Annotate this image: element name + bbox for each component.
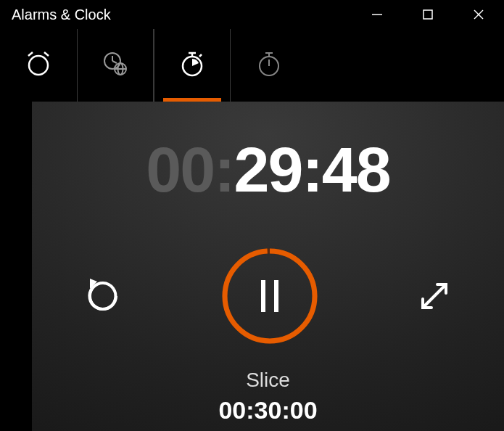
svg-rect-1 <box>424 10 432 19</box>
reset-button[interactable] <box>83 276 123 316</box>
app-title: Alarms & Clock <box>12 7 111 23</box>
timer-icon <box>178 49 207 81</box>
tab-world-clock[interactable] <box>77 29 154 102</box>
close-button[interactable] <box>453 0 504 29</box>
timer-panel: 00:29:48 <box>32 102 504 431</box>
time-remaining: 00:29:48 <box>32 138 504 202</box>
timer-name: Slice <box>32 369 504 392</box>
expand-button[interactable] <box>416 277 453 315</box>
titlebar: Alarms & Clock <box>0 0 504 29</box>
time-hours-dim: 00: <box>146 134 234 205</box>
timer-controls <box>32 245 504 347</box>
svg-line-9 <box>112 61 117 63</box>
timer-total-duration: 00:30:00 <box>32 396 504 424</box>
window-controls <box>352 0 504 29</box>
tab-alarm[interactable] <box>0 29 77 102</box>
maximize-button[interactable] <box>402 0 453 29</box>
time-minutes-seconds: 29:48 <box>234 134 390 205</box>
tab-bar <box>0 29 504 102</box>
alarm-icon <box>24 49 53 81</box>
svg-line-25 <box>423 284 446 308</box>
reset-icon <box>83 276 123 316</box>
minimize-icon <box>371 9 383 20</box>
svg-line-6 <box>44 52 49 56</box>
svg-line-16 <box>199 54 202 57</box>
minimize-button[interactable] <box>352 0 402 29</box>
close-icon <box>473 9 484 20</box>
pause-icon <box>261 280 278 312</box>
world-clock-icon <box>101 49 130 81</box>
svg-line-5 <box>28 52 33 56</box>
svg-point-4 <box>29 56 48 75</box>
timer-info: Slice 00:30:00 <box>32 369 504 424</box>
expand-icon <box>416 277 453 315</box>
tab-timer[interactable] <box>154 29 231 102</box>
stopwatch-icon <box>255 49 284 81</box>
pause-button[interactable] <box>219 245 321 347</box>
maximize-icon <box>423 9 433 20</box>
tab-stopwatch[interactable] <box>231 29 307 102</box>
